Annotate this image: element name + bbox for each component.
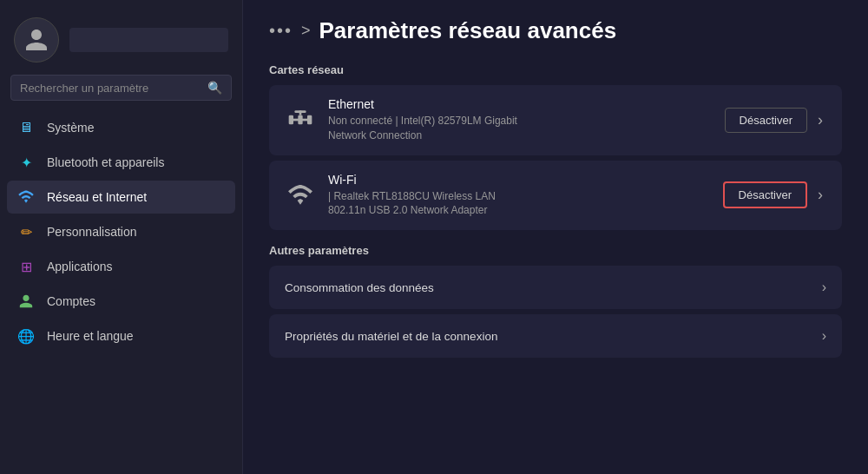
- sidebar-item-applications[interactable]: ⊞ Applications: [7, 250, 235, 283]
- wifi-name: Wi-Fi: [328, 173, 711, 187]
- sidebar-item-label: Comptes: [47, 294, 95, 308]
- wifi-actions: Désactiver ›: [723, 181, 826, 208]
- breadcrumb-header: ••• > Paramètres réseau avancés: [269, 17, 842, 44]
- ethernet-actions: Désactiver ›: [725, 108, 826, 133]
- consommation-label: Consommation des données: [285, 281, 434, 294]
- search-bar[interactable]: 🔍: [10, 75, 232, 101]
- sidebar-item-heure[interactable]: 🌐 Heure et langue: [7, 319, 235, 352]
- systeme-icon: 🖥: [17, 119, 35, 136]
- cartes-section-title: Cartes réseau: [269, 63, 842, 76]
- wifi-icon: [17, 188, 35, 206]
- sidebar-item-reseau[interactable]: Réseau et Internet: [7, 181, 235, 214]
- autres-parametres-section: Autres paramètres Consommation des donné…: [269, 244, 842, 358]
- nav-list: 🖥 Système ✦ Bluetooth et appareils Résea…: [0, 111, 242, 352]
- cartes-reseau-section: Cartes réseau Ethernet Non connecté | In…: [269, 63, 842, 230]
- sidebar-item-label: Applications: [47, 260, 113, 273]
- autres-section-title: Autres paramètres: [269, 244, 842, 257]
- applications-icon: ⊞: [17, 258, 35, 275]
- sidebar: 🔍 🖥 Système ✦ Bluetooth et appareils Rés…: [0, 0, 243, 474]
- wifi-desc: | Realtek RTL8188CU Wireless LAN 802.11n…: [328, 189, 711, 219]
- wifi-card-icon: [285, 180, 316, 211]
- breadcrumb-separator: >: [301, 22, 311, 40]
- wifi-expand-button[interactable]: ›: [814, 182, 826, 207]
- consommation-chevron-icon: ›: [822, 280, 826, 295]
- ethernet-name: Ethernet: [328, 97, 713, 111]
- ethernet-card: Ethernet Non connecté | Intel(R) 82579LM…: [269, 85, 842, 155]
- proprietes-item[interactable]: Propriétés du matériel et de la connexio…: [269, 314, 842, 358]
- page-title: Paramètres réseau avancés: [319, 17, 617, 44]
- sidebar-item-label: Système: [47, 121, 94, 135]
- sidebar-item-comptes[interactable]: Comptes: [7, 285, 235, 318]
- proprietes-chevron-icon: ›: [822, 328, 826, 344]
- consommation-item[interactable]: Consommation des données ›: [269, 266, 842, 309]
- search-icon: 🔍: [207, 81, 222, 95]
- sidebar-item-bluetooth[interactable]: ✦ Bluetooth et appareils: [7, 146, 235, 179]
- bluetooth-icon: ✦: [17, 154, 35, 171]
- user-icon: [23, 27, 49, 53]
- sidebar-item-label: Bluetooth et appareils: [47, 155, 164, 169]
- comptes-icon: [17, 293, 35, 310]
- wifi-info: Wi-Fi | Realtek RTL8188CU Wireless LAN 8…: [328, 173, 711, 219]
- user-name-placeholder: [69, 28, 228, 52]
- svg-rect-5: [294, 111, 306, 114]
- sidebar-item-label: Réseau et Internet: [47, 190, 147, 204]
- sidebar-item-personnalisation[interactable]: ✏ Personnalisation: [7, 215, 235, 248]
- ethernet-desc: Non connecté | Intel(R) 82579LM Gigabit …: [328, 114, 713, 143]
- avatar: [14, 17, 59, 63]
- svg-rect-3: [291, 119, 309, 122]
- ethernet-desactiver-button[interactable]: Désactiver: [725, 108, 807, 133]
- proprietes-label: Propriétés du matériel et de la connexio…: [285, 330, 497, 343]
- search-input[interactable]: [20, 82, 201, 95]
- personnalisation-icon: ✏: [17, 223, 35, 240]
- user-area: [0, 9, 242, 75]
- ethernet-info: Ethernet Non connecté | Intel(R) 82579LM…: [328, 97, 713, 143]
- wifi-desactiver-button[interactable]: Désactiver: [723, 181, 807, 208]
- main-content: ••• > Paramètres réseau avancés Cartes r…: [243, 0, 868, 474]
- sidebar-item-label: Personnalisation: [47, 225, 137, 239]
- sidebar-item-label: Heure et langue: [47, 329, 134, 343]
- heure-icon: 🌐: [17, 327, 35, 345]
- ethernet-expand-button[interactable]: ›: [814, 108, 826, 133]
- breadcrumb-dots[interactable]: •••: [269, 21, 293, 41]
- sidebar-item-systeme[interactable]: 🖥 Système: [7, 111, 235, 144]
- ethernet-icon: [285, 104, 316, 135]
- wifi-card: Wi-Fi | Realtek RTL8188CU Wireless LAN 8…: [269, 161, 842, 231]
